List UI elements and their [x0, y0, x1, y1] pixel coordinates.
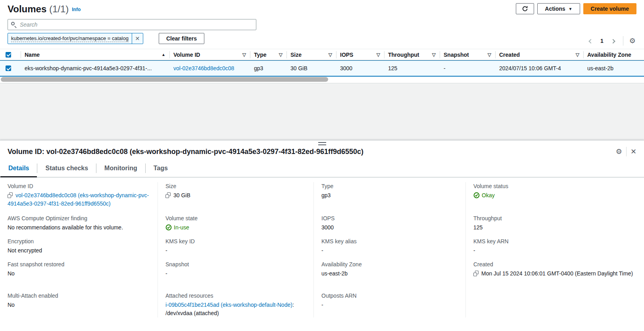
row-checkbox[interactable]: [6, 65, 11, 71]
volumes-count: (1/1): [49, 4, 69, 14]
field-fast-snapshot-restored: Fast snapshot restored No: [0, 260, 158, 292]
field-volume-status: Volume status Okay: [465, 182, 644, 214]
filter-icon[interactable]: ▽: [488, 52, 491, 58]
copy-icon[interactable]: [165, 192, 171, 198]
panel-close-button[interactable]: ✕: [631, 148, 636, 155]
field-attached-resources: Attached resources i-09b05c4f1be2145ad (…: [158, 292, 313, 318]
field-label: KMS key ARN: [473, 237, 636, 246]
field-kms-key-alias: KMS key alias -: [313, 237, 465, 260]
close-icon: ✕: [631, 148, 636, 156]
field-label: Availability Zone: [321, 260, 458, 269]
pagination-page-button[interactable]: 1: [597, 36, 607, 46]
filter-icon[interactable]: ▽: [432, 52, 436, 58]
panel-title: Volume ID: vol-02e3746bd8edc0c08 (eks-wo…: [8, 148, 363, 156]
actions-dropdown-button[interactable]: Actions ▼: [537, 3, 580, 14]
page-title: Volumes (1/1)Info: [8, 3, 81, 15]
chevron-right-icon: [611, 39, 615, 43]
column-header-availability-zone[interactable]: Availability Zone: [583, 49, 644, 60]
field-created: Created Mon Jul 15 2024 10:06:01 GMT-040…: [465, 260, 644, 292]
field-label: KMS key ID: [165, 237, 306, 246]
select-all-checkbox[interactable]: [6, 52, 11, 58]
field-label: Fast snapshot restored: [8, 260, 150, 269]
cell-volume-id: vol-02e3746bd8edc0c08: [169, 61, 250, 76]
filter-icon[interactable]: ▽: [329, 52, 332, 58]
status-in-use-icon: [165, 224, 172, 231]
column-header-volume-id[interactable]: Volume ID ▽: [169, 49, 250, 60]
attached-resources-suffix: :: [292, 302, 294, 308]
volume-id-detail-link[interactable]: vol-02e3746bd8edc0c08 (eks-workshop-dyna…: [8, 192, 149, 207]
field-kms-key-id: KMS key ID -: [158, 237, 313, 260]
status-okay-icon: [473, 192, 480, 198]
column-header-iops[interactable]: IOPS ▽: [336, 49, 384, 60]
table-preferences-button[interactable]: ⚙: [629, 37, 636, 45]
search-input[interactable]: [8, 19, 256, 30]
filter-token-remove-button[interactable]: ✕: [132, 33, 143, 44]
field-snapshot: Snapshot -: [158, 260, 313, 292]
column-header-created[interactable]: Created ▽: [495, 49, 583, 60]
chevron-down-icon: ▼: [569, 7, 573, 11]
volume-id-link[interactable]: vol-02e3746bd8edc0c08: [173, 65, 234, 71]
cell-size: 30 GiB: [286, 61, 336, 76]
panel-tabs: Details Status checks Monitoring Tags: [0, 160, 644, 177]
field-availability-zone: Availability Zone us-east-2b: [313, 260, 465, 292]
refresh-button[interactable]: [516, 3, 534, 14]
column-header-name[interactable]: Name ▲: [21, 49, 169, 60]
info-link[interactable]: Info: [72, 7, 81, 12]
gear-icon: ⚙: [629, 37, 636, 45]
column-label: Type: [254, 52, 267, 58]
empty-cell: [465, 292, 644, 318]
column-label: Throughput: [388, 52, 419, 58]
field-label: Volume status: [473, 182, 636, 191]
column-label: Created: [499, 52, 520, 58]
actions-label: Actions: [545, 6, 565, 12]
filter-icon[interactable]: ▽: [242, 52, 246, 58]
clear-filters-button[interactable]: Clear filters: [159, 33, 204, 44]
filter-icon[interactable]: ▽: [377, 52, 380, 58]
divider: [623, 36, 623, 46]
field-label: AWS Compute Optimizer finding: [8, 214, 150, 223]
create-volume-button[interactable]: Create volume: [583, 3, 636, 14]
gear-icon: ⚙: [616, 148, 622, 156]
chevron-left-icon: [588, 39, 593, 43]
pagination-previous-button[interactable]: [586, 36, 596, 46]
field-label: Throughput: [473, 214, 636, 223]
column-header-snapshot[interactable]: Snapshot ▽: [440, 49, 495, 60]
field-label: Size: [165, 182, 306, 191]
field-label: Encryption: [8, 237, 150, 246]
column-header-type[interactable]: Type ▽: [250, 49, 286, 60]
filter-token[interactable]: kubernetes.io/created-for/pvc/namespace …: [8, 33, 143, 44]
field-label: Attached resources: [165, 292, 306, 300]
field-label: Outposts ARN: [321, 292, 458, 300]
copy-icon[interactable]: [473, 271, 479, 276]
field-optimizer-finding: AWS Compute Optimizer finding No recomme…: [0, 214, 158, 237]
pagination-next-button[interactable]: [608, 36, 618, 46]
tab-details[interactable]: Details: [0, 160, 37, 177]
row-select-cell: [0, 61, 21, 76]
divider: [626, 147, 627, 156]
tab-monitoring[interactable]: Monitoring: [96, 160, 145, 177]
field-throughput: Throughput 125: [465, 214, 644, 237]
column-label: IOPS: [340, 52, 353, 58]
horizontal-scrollbar[interactable]: [0, 77, 644, 82]
copy-icon[interactable]: [8, 192, 13, 198]
field-iops: IOPS 3000: [313, 214, 465, 237]
cell-created: 2024/07/15 10:06 GMT-4: [495, 61, 583, 76]
tab-tags[interactable]: Tags: [146, 160, 176, 177]
attached-instance-link[interactable]: i-09b05c4f1be2145ad (eks-workshop-defaul…: [165, 302, 292, 308]
tab-status-checks[interactable]: Status checks: [37, 160, 96, 177]
field-type: Type gp3: [313, 182, 465, 214]
pagination: 1 ⚙: [586, 36, 636, 46]
horizontal-scrollbar-thumb[interactable]: [1, 77, 328, 82]
column-header-size[interactable]: Size ▽: [286, 49, 336, 60]
table-row[interactable]: eks-workshop-dynamic-pvc-4914a5e3-0297-4…: [0, 60, 644, 77]
panel-preferences-button[interactable]: ⚙: [616, 148, 622, 155]
split-panel-drag-handle[interactable]: [318, 142, 326, 145]
cell-availability-zone: us-east-2b: [583, 61, 644, 76]
filter-icon[interactable]: ▽: [279, 52, 283, 58]
column-label: Availability Zone: [587, 52, 631, 58]
column-header-throughput[interactable]: Throughput ▽: [384, 49, 440, 60]
cell-type: gp3: [250, 61, 286, 76]
sort-ascending-icon: ▲: [161, 52, 165, 57]
filter-icon[interactable]: ▽: [576, 52, 579, 58]
field-outposts-arn: Outposts ARN -: [313, 292, 465, 318]
